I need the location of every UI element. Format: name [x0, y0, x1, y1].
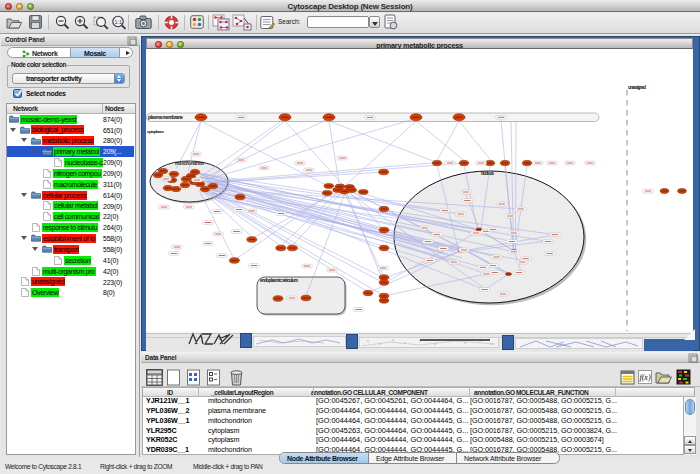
svg-text:endoplasmic reticulum: endoplasmic reticulum [260, 278, 298, 283]
svg-text:unassigned: unassigned [628, 85, 646, 90]
svg-text:1:1: 1:1 [114, 19, 122, 25]
svg-text:cytoplasm: cytoplasm [147, 129, 164, 134]
svg-text:plasma membrane: plasma membrane [148, 115, 183, 120]
svg-text:nucleus: nucleus [481, 171, 494, 176]
